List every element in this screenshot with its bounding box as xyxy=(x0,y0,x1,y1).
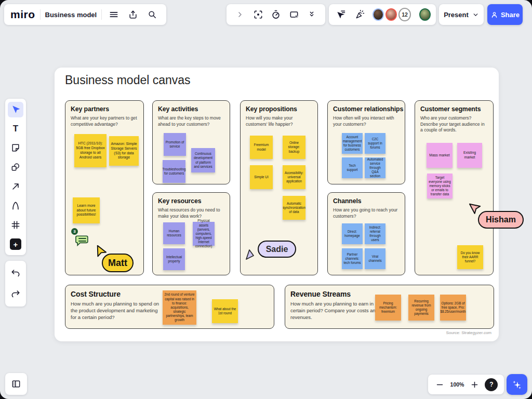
present-button[interactable]: Present xyxy=(439,4,484,25)
pen-tool[interactable] xyxy=(8,198,23,214)
collaborator-avatar[interactable] xyxy=(373,8,384,21)
follow-button[interactable] xyxy=(334,7,347,22)
sticky-note[interactable]: Continuous development of platform and s… xyxy=(191,148,215,172)
shapes-icon xyxy=(10,162,21,172)
help-button[interactable]: ? xyxy=(485,378,498,391)
sticky-note[interactable]: Partner channels: tech forums xyxy=(342,248,363,269)
sticky-note[interactable]: Options: 2GB of free space, Pro: $8.25/u… xyxy=(440,295,466,321)
slides-button[interactable] xyxy=(287,7,301,22)
frames-panel-button[interactable] xyxy=(5,373,27,395)
miro-board-app: miro Business model xyxy=(0,0,532,399)
participants-count-badge[interactable]: 12 xyxy=(398,8,411,21)
collaborator-avatar[interactable] xyxy=(385,8,397,21)
section-title: Key propositions xyxy=(246,105,312,113)
sticky-note[interactable]: Physical assets (servers, computers, hig… xyxy=(193,222,215,246)
sticky-note[interactable]: Intellectual property xyxy=(163,248,185,270)
shapes-tool[interactable] xyxy=(8,159,23,175)
section-description: Who are your customers? Describe your ta… xyxy=(420,115,488,134)
frame-tool[interactable] xyxy=(8,217,23,233)
sticky-note[interactable]: Indirect: referral through users xyxy=(365,223,385,244)
sticky-note[interactable]: Direct: homepage xyxy=(342,223,363,244)
sticky-note[interactable]: Viral channels xyxy=(365,248,385,269)
select-cursor-icon xyxy=(10,104,21,115)
history-card xyxy=(5,261,26,307)
comment-thread[interactable]: 3 xyxy=(73,232,91,249)
sticky-note[interactable]: Troubleshooting for customers xyxy=(163,160,185,183)
pen-icon xyxy=(10,201,21,211)
board-header-card: miro Business model xyxy=(4,4,166,25)
sticky-note-tool[interactable] xyxy=(8,140,23,156)
sadie-cursor-icon xyxy=(245,248,257,261)
section-title: Key resources xyxy=(158,197,224,205)
collapse-toolbar-button[interactable] xyxy=(233,7,247,22)
sticky-note[interactable]: Tech support xyxy=(342,157,363,178)
question-mark-icon: ? xyxy=(489,381,493,388)
undo-icon xyxy=(10,268,21,278)
section-title: Key activities xyxy=(158,105,224,113)
timer-button[interactable] xyxy=(269,7,283,22)
sticky-note[interactable]: Simple UI xyxy=(250,165,273,189)
board-title[interactable]: Business model xyxy=(45,11,97,19)
select-tool[interactable] xyxy=(8,102,23,117)
arrow-icon xyxy=(10,181,21,192)
redo-icon xyxy=(10,289,21,299)
section-description: What are your key partners to get compet… xyxy=(71,115,138,127)
current-user-avatar[interactable] xyxy=(419,8,431,21)
timer-icon xyxy=(271,9,281,20)
section-title: Channels xyxy=(333,197,400,205)
present-label: Present xyxy=(444,11,469,19)
sticky-note[interactable]: Freemium model xyxy=(250,136,273,159)
text-tool[interactable]: T xyxy=(8,121,23,137)
sticky-note[interactable]: Mass market xyxy=(427,143,453,168)
reactions-button[interactable] xyxy=(353,7,366,22)
connector-tool[interactable] xyxy=(8,179,23,194)
sticky-note[interactable]: Existing market xyxy=(457,143,482,168)
more-apps-tool[interactable]: + xyxy=(8,236,23,252)
more-tools-button[interactable] xyxy=(304,7,319,22)
board-canvas[interactable]: Business model canvas Key partners What … xyxy=(55,68,499,341)
ai-assistant-button[interactable] xyxy=(507,374,527,395)
sticky-note[interactable]: Pricing mechanism: freemium xyxy=(375,295,401,321)
zoom-out-button[interactable] xyxy=(434,377,446,392)
sadie-name-tag: Sadie xyxy=(258,241,296,258)
miro-logo[interactable]: miro xyxy=(10,8,35,21)
sticky-note[interactable]: Automatic synchronization of data xyxy=(283,196,305,220)
person-icon xyxy=(490,11,498,19)
sparkles-icon xyxy=(511,379,523,390)
sticky-note[interactable]: Account management for business customer… xyxy=(342,133,363,154)
export-button[interactable] xyxy=(126,7,140,22)
creation-toolbar: T + xyxy=(5,99,26,255)
search-icon xyxy=(147,9,157,20)
divider xyxy=(101,9,102,20)
sticky-note[interactable]: Do you know their AARR funnel? xyxy=(457,245,483,269)
sticky-note[interactable]: Human resources xyxy=(163,222,185,244)
search-button[interactable] xyxy=(145,7,159,22)
zoom-in-button[interactable] xyxy=(469,377,480,392)
section-description: How much are you planning to earn in a c… xyxy=(290,301,384,321)
sticky-note[interactable]: Learn more about future possibilities! xyxy=(73,197,100,223)
sticky-note[interactable]: What about the 1st round xyxy=(212,299,238,323)
sticky-note[interactable]: C2C support in forums xyxy=(365,133,385,154)
sticky-note[interactable]: Amazon: Simple Storage Servers (S3) for … xyxy=(109,136,139,166)
attention-button[interactable] xyxy=(251,7,265,22)
chevron-down-icon xyxy=(472,11,479,18)
focus-frame-icon xyxy=(253,9,263,20)
minus-icon xyxy=(436,381,444,389)
zoom-level[interactable]: 100% xyxy=(450,381,464,388)
follow-cursor-icon xyxy=(336,9,346,20)
main-menu-button[interactable] xyxy=(107,7,121,22)
section-title: Customer relationships xyxy=(333,105,400,113)
sticky-note[interactable]: Recurring revenue from ongoing payments xyxy=(408,295,434,321)
party-horn-icon xyxy=(355,9,365,20)
sticky-note[interactable]: Automated service through Q&A section xyxy=(365,157,385,178)
sticky-note[interactable]: Target everyone using memory sticks or e… xyxy=(427,174,453,198)
sticky-note[interactable]: Promotion of service xyxy=(164,133,186,156)
sticky-note[interactable]: Accessibility: universal application xyxy=(283,165,305,189)
frame-title[interactable]: Business model canvas xyxy=(65,73,191,87)
sticky-note[interactable]: Online storage: backup xyxy=(283,136,305,159)
redo-button[interactable] xyxy=(8,286,23,302)
sticky-note[interactable]: HTC (2011/10): 5GB free Dropbox storage … xyxy=(74,134,107,167)
share-button[interactable]: Share xyxy=(487,4,523,25)
undo-button[interactable] xyxy=(8,265,23,281)
sticky-note[interactable]: 2nd round of venture capital was raised … xyxy=(163,290,196,325)
